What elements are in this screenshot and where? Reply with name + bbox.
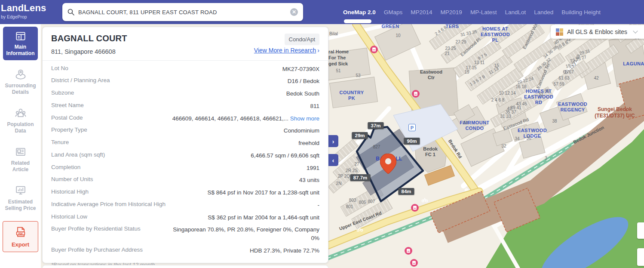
detail-row: Historical LowS$ 362 psf in Mar 2004 for… xyxy=(51,211,319,224)
row-label: Postal Code xyxy=(51,114,89,121)
landlens-logo[interactable]: LandLens by EdgeProp xyxy=(1,3,46,19)
property-type-badge: Condo/Apt xyxy=(285,34,319,45)
row-label: Historical High xyxy=(51,188,95,195)
postal-codes: 466609, 466614, 466617, 466618, 466621,.… xyxy=(172,115,288,122)
next-card-preview[interactable] xyxy=(42,265,328,268)
row-label: Tenure xyxy=(51,139,75,145)
sidebar-item-surrounding-details[interactable]: Surrounding Details xyxy=(3,65,38,99)
detail-row: Land Area (sqm sqft)6,466.57 sqm / 69,60… xyxy=(51,149,319,162)
menu-item-building-height[interactable]: Building Height xyxy=(561,9,601,15)
pdf-file-icon: PDF xyxy=(15,226,27,238)
top-navbar: LandLens by EdgeProp ✕ OneMap 2.0 GMaps … xyxy=(0,0,644,24)
detail-rows: Lot NoMK27-07390X District / Planning Ar… xyxy=(43,61,328,257)
location-pin-icon[interactable] xyxy=(380,154,396,174)
row-label: Historical Low xyxy=(51,213,93,220)
menu-item-landed[interactable]: Landed xyxy=(534,9,553,15)
detail-row: District / Planning AreaD16 / Bedok xyxy=(51,75,319,88)
landlens-app: GREEN TERS HOMES AT EASTWOOD PL HOMES AT… xyxy=(0,0,644,268)
sidebar-item-estimated-selling-price[interactable]: Estimated Selling Price xyxy=(3,181,38,215)
map-zoom-out-button[interactable] xyxy=(637,248,644,266)
row-value: 811 xyxy=(310,102,319,111)
row-value: MK27-07390X xyxy=(282,65,319,74)
row-label: Property Type xyxy=(51,126,93,133)
left-sidebar: Main Information Surrounding Details Pop… xyxy=(0,22,41,268)
detail-row: Tenurefreehold xyxy=(51,137,319,150)
logo-subtitle: by EdgeProp xyxy=(1,14,46,19)
sidebar-item-label: Surrounding Details xyxy=(4,83,37,95)
menu-item-mp2019[interactable]: MP2019 xyxy=(441,9,462,15)
article-icon xyxy=(15,146,27,158)
show-more-link[interactable]: Show more xyxy=(290,115,319,122)
svg-text:PDF: PDF xyxy=(18,232,23,235)
search-bar[interactable]: ✕ xyxy=(62,3,303,21)
row-value: - xyxy=(318,201,320,209)
view-more-label: View More in Research xyxy=(254,47,316,54)
detail-row: Buyer Profile by Residential StatusSinga… xyxy=(51,224,319,244)
property-name: BAGNALL COURT xyxy=(51,34,319,43)
row-label: District / Planning Area xyxy=(51,77,116,83)
card-header: BAGNALL COURT Condo/Apt 811, Singapore 4… xyxy=(43,27,328,61)
sidebar-item-label: Main Information xyxy=(4,44,37,57)
row-label: Buyer Profile by Residential Status xyxy=(51,225,147,232)
map-layer-menu: OneMap 2.0 GMaps MP2014 MP2019 MP-Latest… xyxy=(343,0,601,24)
layers-grid-icon xyxy=(556,28,563,36)
row-value: Singaporean 70.8%, PR 20.8%, Foreigner 0… xyxy=(165,225,319,242)
menu-item-mp2014[interactable]: MP2014 xyxy=(411,9,432,15)
menu-item-mp-latest[interactable]: MP-Latest xyxy=(470,9,497,15)
search-input[interactable] xyxy=(78,9,290,15)
row-value: 1991 xyxy=(307,164,319,173)
gls-enbloc-filter[interactable]: All GLS & Enbloc sites xyxy=(551,25,644,39)
detail-row: Street Name811 xyxy=(51,100,319,112)
row-label: Completion xyxy=(51,164,86,170)
logo-title: LandLens xyxy=(1,3,46,13)
row-value: HDB 27.3%, Private 72.7% xyxy=(250,246,319,255)
row-value: Bedok South xyxy=(286,89,319,98)
view-more-research-link[interactable]: View More in Research› xyxy=(254,47,319,54)
row-label: Number of Units xyxy=(51,176,99,182)
menu-item-landlot[interactable]: LandLot xyxy=(505,9,526,15)
row-label: Indicative Average Price from Historical… xyxy=(51,201,172,207)
map-zoom-in-button[interactable] xyxy=(637,222,644,239)
row-label: Land Area (sqm sqft) xyxy=(51,151,111,158)
row-value: Condominium xyxy=(284,126,319,135)
search-icon xyxy=(67,9,74,15)
sidebar-item-related-article[interactable]: Related Article xyxy=(3,142,38,176)
detail-row: SubzoneBedok South xyxy=(51,88,319,100)
detail-row: Buyer Profile by Purchaser AddressHDB 27… xyxy=(51,244,319,257)
panel-collapse-arrow[interactable]: ‹ xyxy=(328,154,338,166)
map-pin-icon xyxy=(15,68,27,80)
sidebar-item-population-data[interactable]: Population Data xyxy=(3,103,38,138)
people-group-icon xyxy=(15,107,27,119)
detail-row: Historical HighS$ 864 psf in Nov 2017 fo… xyxy=(51,187,319,199)
property-detail-card: BAGNALL COURT Condo/Apt 811, Singapore 4… xyxy=(42,27,328,263)
row-value: S$ 362 psf in Mar 2004 for a 1,464-sqft … xyxy=(208,213,319,222)
menu-item-gmaps[interactable]: GMaps xyxy=(384,9,403,15)
row-value: S$ 864 psf in Nov 2017 for a 1,238-sqft … xyxy=(208,188,319,197)
row-label: Buyer Profile by Purchaser Address xyxy=(51,246,149,253)
clear-search-icon[interactable]: ✕ xyxy=(290,8,298,16)
active-tab-indicator xyxy=(344,19,371,23)
export-pdf-button[interactable]: PDF Export xyxy=(3,221,38,252)
gls-filter-label: All GLS & Enbloc sites xyxy=(567,28,627,35)
row-value: 43 units xyxy=(299,176,319,185)
chart-monitor-icon xyxy=(15,185,27,197)
sidebar-item-main-information[interactable]: Main Information xyxy=(3,27,38,60)
detail-row: Property TypeCondominium xyxy=(51,125,319,137)
detail-row: Completion1991 xyxy=(51,162,319,174)
detail-row: Indicative Average Price from Historical… xyxy=(51,199,319,211)
sidebar-item-label: Population Data xyxy=(4,121,37,134)
detail-row: Number of Units43 units xyxy=(51,174,319,187)
menu-item-onemap[interactable]: OneMap 2.0 xyxy=(343,9,376,15)
parking-icon: P xyxy=(408,124,416,131)
row-label: Lot No xyxy=(51,65,74,71)
sidebar-item-label: Related Article xyxy=(4,160,37,173)
sidebar-item-label: Estimated Selling Price xyxy=(4,199,37,212)
row-value: 466609, 466614, 466617, 466618, 466621,.… xyxy=(172,114,319,123)
row-label: Street Name xyxy=(51,102,90,108)
detail-row: Lot NoMK27-07390X xyxy=(51,63,319,75)
detail-row: Postal Code466609, 466614, 466617, 46661… xyxy=(51,112,319,125)
row-value: D16 / Bedok xyxy=(288,77,319,86)
panel-expand-arrow[interactable]: › xyxy=(328,135,338,147)
row-value: freehold xyxy=(298,139,319,148)
chevron-down-icon xyxy=(633,28,638,33)
